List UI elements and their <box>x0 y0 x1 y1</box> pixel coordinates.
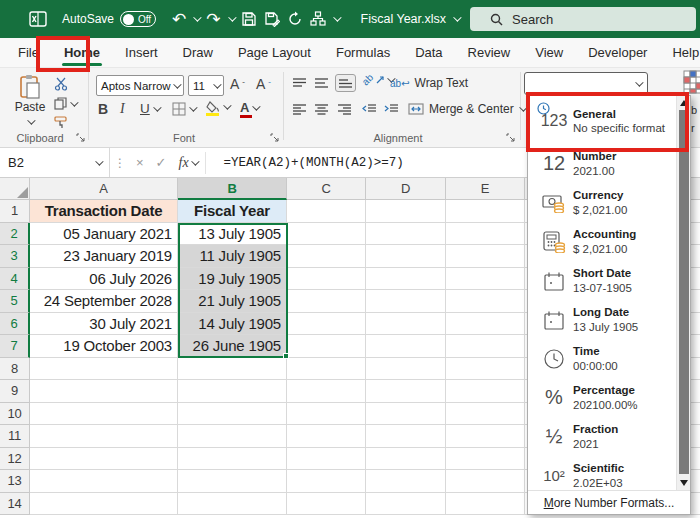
row-header-14[interactable]: 14 <box>0 493 30 516</box>
cell-B4[interactable]: 19 July 1905 <box>178 268 287 291</box>
align-middle-button[interactable] <box>314 77 329 89</box>
cell-A1[interactable]: Transaction Date <box>30 200 178 223</box>
row-header-13[interactable]: 13 <box>0 470 30 493</box>
cell-A11[interactable] <box>30 425 178 448</box>
column-header-C[interactable]: C <box>287 178 366 200</box>
copy-button[interactable] <box>54 97 76 110</box>
fill-color-button[interactable] <box>206 101 229 113</box>
cell-C7[interactable] <box>287 335 366 358</box>
alignment-dialog-launcher-icon[interactable] <box>506 133 516 143</box>
menu-item-general[interactable]: 123 GeneralNo specific format <box>528 98 675 144</box>
cell-D10[interactable] <box>366 403 446 426</box>
cell-C1[interactable] <box>287 200 366 223</box>
merge-center-button[interactable]: Merge & Center <box>408 102 525 116</box>
cell-A6[interactable]: 30 July 2021 <box>30 313 178 336</box>
cell-B11[interactable] <box>178 425 287 448</box>
row-header-7[interactable]: 7 <box>0 335 30 358</box>
row-header-5[interactable]: 5 <box>0 290 30 313</box>
font-size-combobox[interactable]: 11 <box>188 75 224 96</box>
column-header-A[interactable]: A <box>30 178 178 200</box>
tab-draw[interactable]: Draw <box>181 40 215 65</box>
conditional-formatting-icon[interactable] <box>683 70 700 96</box>
tab-view[interactable]: View <box>533 40 565 65</box>
cell-B8[interactable] <box>178 358 287 381</box>
excel-app-icon[interactable] <box>28 9 48 29</box>
cell-B13[interactable] <box>178 470 287 493</box>
italic-button[interactable]: I <box>120 101 125 117</box>
column-header-B[interactable]: B <box>178 178 287 200</box>
column-header-E[interactable]: E <box>446 178 525 200</box>
select-all-corner[interactable] <box>0 178 30 200</box>
cell-D14[interactable] <box>366 493 446 516</box>
formula-input[interactable]: =YEAR(A2)+(MONTH(A2)>=7) <box>224 156 404 170</box>
cell-E9[interactable] <box>446 380 525 403</box>
scrollbar-thumb[interactable] <box>679 110 689 474</box>
menu-item-number[interactable]: 12 Number2021.00 <box>528 144 675 183</box>
cell-C11[interactable] <box>287 425 366 448</box>
org-chart-icon[interactable] <box>310 11 326 27</box>
cell-D1[interactable] <box>366 200 446 223</box>
filename-chevron-icon[interactable] <box>453 13 461 21</box>
menu-item-accounting[interactable]: Accounting$ 2,021.00 <box>528 222 675 261</box>
cell-D3[interactable] <box>366 245 446 268</box>
cell-C13[interactable] <box>287 470 366 493</box>
more-number-formats-item[interactable]: More Number Formats... <box>528 490 690 514</box>
cell-C4[interactable] <box>287 268 366 291</box>
cell-C6[interactable] <box>287 313 366 336</box>
cell-D13[interactable] <box>366 470 446 493</box>
wrap-text-button[interactable]: ab↩Wrap Text <box>390 76 468 90</box>
cell-B14[interactable] <box>178 493 287 516</box>
tab-developer[interactable]: Developer <box>586 40 649 65</box>
cell-A14[interactable] <box>30 493 178 516</box>
redo-chevron-icon[interactable] <box>228 13 236 21</box>
cell-E14[interactable] <box>446 493 525 516</box>
autosave-toggle[interactable]: Off <box>120 11 156 27</box>
increase-font-button[interactable]: Aˆ <box>230 76 245 92</box>
align-bottom-button[interactable] <box>335 74 356 92</box>
cell-D12[interactable] <box>366 448 446 471</box>
cell-A10[interactable] <box>30 403 178 426</box>
cell-A8[interactable] <box>30 358 178 381</box>
orientation-button[interactable]: ab <box>362 74 393 85</box>
cell-C9[interactable] <box>287 380 366 403</box>
document-title[interactable]: Fiscal Year.xlsx <box>361 12 446 26</box>
cell-C5[interactable] <box>287 290 366 313</box>
row-header-3[interactable]: 3 <box>0 245 30 268</box>
confirm-entry-icon[interactable]: ✓ <box>150 155 173 170</box>
row-header-4[interactable]: 4 <box>0 268 30 291</box>
tab-help[interactable]: Help <box>670 40 700 65</box>
cell-A9[interactable] <box>30 380 178 403</box>
font-name-combobox[interactable]: Aptos Narrow <box>96 75 184 96</box>
cell-A12[interactable] <box>30 448 178 471</box>
scroll-down-icon[interactable] <box>680 480 688 486</box>
tab-home[interactable]: Home <box>62 40 102 65</box>
cell-C14[interactable] <box>287 493 366 516</box>
cell-C2[interactable] <box>287 223 366 246</box>
tab-data[interactable]: Data <box>413 40 444 65</box>
save-as-icon[interactable] <box>264 11 280 27</box>
tab-formulas[interactable]: Formulas <box>334 40 392 65</box>
cell-A13[interactable] <box>30 470 178 493</box>
tab-review[interactable]: Review <box>466 40 513 65</box>
undo-chevron-icon[interactable] <box>193 13 201 21</box>
borders-button[interactable] <box>172 102 195 116</box>
clipboard-dialog-launcher-icon[interactable] <box>76 133 86 143</box>
cell-A4[interactable]: 06 July 2026 <box>30 268 178 291</box>
cell-E11[interactable] <box>446 425 525 448</box>
cell-D9[interactable] <box>366 380 446 403</box>
cell-C10[interactable] <box>287 403 366 426</box>
cell-B3[interactable]: 11 July 1905 <box>178 245 287 268</box>
tab-page-layout[interactable]: Page Layout <box>236 40 313 65</box>
dropdown-scrollbar[interactable] <box>676 96 690 490</box>
cell-B9[interactable] <box>178 380 287 403</box>
cell-C8[interactable] <box>287 358 366 381</box>
cell-D2[interactable] <box>366 223 446 246</box>
row-header-10[interactable]: 10 <box>0 403 30 426</box>
cell-A2[interactable]: 05 January 2021 <box>30 223 178 246</box>
underline-button[interactable]: U <box>140 101 159 116</box>
undo-icon[interactable]: ↶ <box>172 11 186 28</box>
cell-D4[interactable] <box>366 268 446 291</box>
cell-B10[interactable] <box>178 403 287 426</box>
cut-button[interactable] <box>54 77 76 91</box>
menu-item-currency[interactable]: Currency$ 2,021.00 <box>528 183 675 222</box>
